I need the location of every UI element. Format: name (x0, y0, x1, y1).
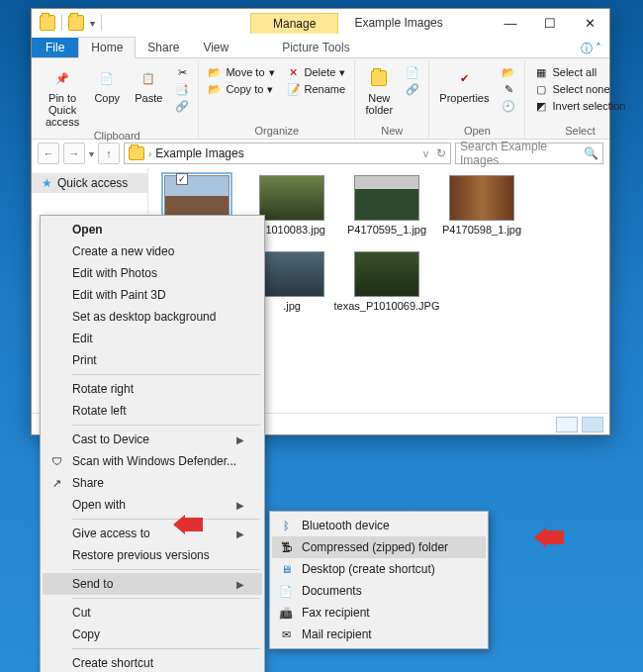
close-button[interactable]: ✕ (570, 9, 609, 37)
cut-button[interactable]: ✂ (172, 64, 192, 80)
menu-print[interactable]: Print (43, 349, 262, 371)
copy-button[interactable]: 📄 Copy (89, 64, 125, 106)
label: Desktop (create shortcut) (302, 562, 435, 576)
tab-picture-tools[interactable]: Picture Tools (270, 38, 361, 57)
shield-icon: 🛡 (48, 453, 64, 469)
submenu-desktop[interactable]: 🖥Desktop (create shortcut) (272, 558, 486, 580)
menu-create-shortcut[interactable]: Create shortcut (43, 652, 262, 672)
select-all-icon: ▦ (534, 65, 548, 79)
separator (72, 425, 260, 426)
submenu-mail[interactable]: ✉Mail recipient (272, 624, 486, 645)
new-folder-button[interactable]: New folder (361, 64, 397, 118)
delete-button[interactable]: ✕Delete ▾ (284, 64, 349, 80)
quick-access-item[interactable]: ★ Quick access (32, 173, 147, 193)
thumbnail-icon (354, 251, 419, 297)
copy-path-button[interactable]: 📑 (172, 81, 192, 97)
checkbox-icon[interactable]: ✓ (176, 173, 188, 185)
tab-share[interactable]: Share (136, 38, 191, 57)
menu-edit[interactable]: Edit (43, 328, 262, 349)
new-item-icon: 📄 (406, 65, 419, 79)
svg-rect-3 (546, 533, 564, 541)
bluetooth-icon: ᛒ (278, 518, 294, 533)
paste-shortcut-button[interactable]: 🔗 (172, 98, 192, 114)
file-item[interactable]: P4170595_1.jpg (348, 175, 425, 236)
label: Fax recipient (302, 606, 370, 620)
label: Copy to (226, 83, 263, 95)
contextual-tab-manage[interactable]: Manage (250, 13, 338, 34)
edit-button[interactable]: ✎ (499, 81, 518, 97)
zip-icon: 🗜 (278, 539, 294, 555)
menu-scan-defender[interactable]: 🛡Scan with Windows Defender... (43, 450, 262, 472)
folder-icon (129, 146, 144, 160)
move-to-button[interactable]: 📂Move to ▾ (205, 64, 277, 80)
group-label: Select (531, 125, 628, 139)
label: Quick access (57, 176, 128, 190)
file-item[interactable]: P4170598_1.jpg (443, 175, 520, 236)
menu-cast[interactable]: Cast to Device▶ (43, 429, 262, 450)
invert-selection-button[interactable]: ◩Invert selection (531, 98, 628, 114)
menu-rotate-right[interactable]: Rotate right (43, 378, 262, 400)
submenu-documents[interactable]: 📄Documents (272, 580, 486, 602)
group-label: New (361, 125, 422, 139)
minimize-button[interactable]: — (491, 9, 530, 37)
menu-cut[interactable]: Cut (43, 602, 262, 624)
invert-icon: ◩ (534, 99, 548, 113)
select-all-button[interactable]: ▦Select all (531, 64, 628, 80)
file-item[interactable]: texas_P1010069.JPG (348, 251, 425, 312)
select-none-icon: ▢ (534, 82, 548, 96)
placeholder-text: Search Example Images (460, 140, 580, 167)
thumbnails-view-button[interactable] (582, 417, 603, 432)
copy-icon: 📄 (93, 66, 121, 90)
menu-open-with[interactable]: Open with▶ (43, 494, 262, 516)
label: Properties (439, 92, 489, 104)
label: New folder (366, 92, 394, 116)
tab-view[interactable]: View (191, 38, 240, 57)
pin-to-quick-access-button[interactable]: 📌 Pin to Quick access (42, 64, 83, 130)
history-button[interactable]: 🕘 (499, 98, 518, 114)
properties-icon: ✔ (450, 66, 478, 90)
chevron-down-icon[interactable]: v (423, 148, 428, 159)
search-input[interactable]: Search Example Images 🔍 (455, 143, 603, 164)
folder-icon (68, 15, 84, 31)
menu-open[interactable]: Open (43, 219, 262, 240)
menu-share[interactable]: ↗Share (43, 472, 262, 494)
help-icon[interactable]: ⓘ ˄ (581, 41, 601, 57)
paste-button[interactable]: 📋 Paste (131, 64, 166, 106)
new-item-button[interactable]: 📄 (403, 64, 422, 80)
submenu-fax[interactable]: 📠Fax recipient (272, 602, 486, 624)
menu-create-video[interactable]: Create a new video (43, 240, 262, 262)
back-button[interactable]: ← (38, 143, 59, 164)
menu-set-background[interactable]: Set as desktop background (43, 306, 262, 328)
menu-edit-photos[interactable]: Edit with Photos (43, 262, 262, 284)
select-none-button[interactable]: ▢Select none (531, 81, 628, 97)
maximize-button[interactable]: ☐ (530, 9, 570, 37)
menu-send-to[interactable]: Send to▶ (43, 573, 262, 595)
menu-rotate-left[interactable]: Rotate left (43, 400, 262, 422)
copy-to-button[interactable]: 📂Copy to ▾ (205, 81, 277, 97)
refresh-button[interactable]: ↻ (436, 146, 446, 160)
separator (72, 648, 260, 649)
address-bar[interactable]: › Example Images v ↻ (124, 143, 451, 164)
breadcrumb[interactable]: Example Images (155, 146, 243, 160)
forward-button[interactable]: → (63, 143, 85, 164)
tab-file[interactable]: File (32, 38, 78, 57)
label: Documents (302, 584, 362, 598)
label: Invert selection (552, 100, 625, 112)
rename-button[interactable]: 📝Rename (284, 81, 349, 97)
tab-home[interactable]: Home (78, 37, 136, 58)
submenu-compressed[interactable]: 🗜Compressed (zipped) folder (272, 536, 486, 558)
window-title: Example Images (354, 16, 442, 30)
easy-access-button[interactable]: 🔗 (403, 81, 422, 97)
up-button[interactable]: ↑ (98, 143, 120, 164)
details-view-button[interactable] (556, 417, 578, 432)
submenu-bluetooth[interactable]: ᛒBluetooth device (272, 515, 486, 536)
properties-button[interactable]: ✔ Properties (435, 64, 493, 106)
chevron-down-icon[interactable]: ▾ (90, 18, 95, 29)
share-icon: ↗ (48, 475, 64, 491)
menu-restore-versions[interactable]: Restore previous versions (43, 544, 262, 566)
menu-copy[interactable]: Copy (43, 624, 262, 645)
recent-locations-button[interactable]: ▾ (89, 148, 94, 159)
open-button[interactable]: 📂 (499, 64, 518, 80)
menu-edit-paint3d[interactable]: Edit with Paint 3D (43, 284, 262, 306)
cut-icon: ✂ (175, 65, 189, 79)
